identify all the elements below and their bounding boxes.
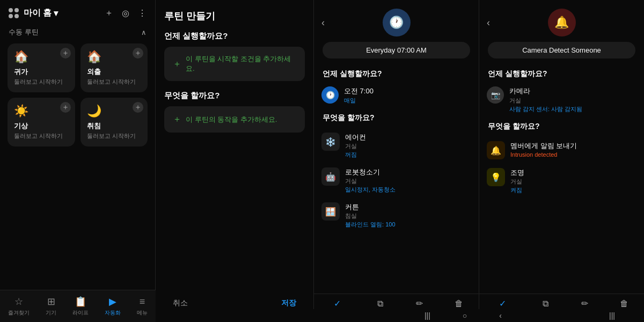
add-routine-btn[interactable]: ＋ [133, 102, 143, 113]
copy-icon-2: ⧉ [543, 299, 548, 309]
ac-info: 에어컨 거실 꺼짐 [345, 133, 366, 159]
cond-camera-detail: 사람 감지 센서: 사람 감지됨 [509, 105, 582, 113]
condition-row-2: 📷 카메라 거실 사람 감지 센서: 사람 감지됨 [479, 82, 644, 118]
menu-icon: ≡ [140, 296, 145, 308]
nav-automation[interactable]: ▶ 자동화 [105, 296, 121, 317]
plus-icon: ＋ [173, 114, 181, 125]
routine-sub: 둘러보고 시작하기 [14, 132, 69, 140]
detail-panel-2: ‹ 🔔 Camera Detect Someone 언제 실행할까요? 📷 카메… [479, 0, 644, 322]
back-button-2[interactable]: ‹ [487, 17, 490, 28]
more-button[interactable]: ⋮ [138, 8, 147, 18]
curtain-status: 블라인드 열림: 100 [345, 221, 396, 229]
cond-time: 오전 7:00 [344, 86, 374, 96]
routine-grid: ＋ 🏠 귀가 둘러보고 시작하기 ＋ 🏠 외출 둘러보고 시작하기 ＋ ☀️ 기… [0, 40, 155, 150]
routine-title: 외출 [87, 67, 142, 77]
back-button-1[interactable]: ‹ [321, 17, 325, 28]
curtain-info: 커튼 침실 블라인드 열림: 100 [345, 202, 396, 229]
routine-sub: 둘러보고 시작하기 [87, 78, 142, 86]
add-button[interactable]: ＋ [105, 8, 113, 19]
robot-icon: 🤖 [321, 167, 340, 186]
detail-top-1: ‹ 🕐 [314, 0, 479, 42]
home-title-text: 마이 홈 [24, 8, 52, 19]
edit-icon: ✏ [416, 298, 423, 309]
routine-title: 귀가 [14, 67, 69, 77]
notify-info: 멤버에게 알림 보내기 Intrusion detected [510, 141, 577, 158]
nav-life[interactable]: 📋 라이프 [72, 296, 89, 317]
action-list-2: 🔔 멤버에게 알림 보내기 Intrusion detected 💡 조명 거실… [479, 135, 644, 201]
plus-icon: ＋ [173, 58, 181, 70]
ac-status: 꺼짐 [345, 151, 366, 159]
clock-circle-icon: 🕐 [383, 9, 411, 36]
light-status: 켜짐 [510, 186, 524, 194]
cancel-button[interactable]: 취소 [164, 294, 196, 312]
compass-icon[interactable]: ◎ [122, 8, 129, 18]
nav-label: 라이프 [72, 309, 89, 317]
android-back-btn[interactable]: ‹ [499, 311, 502, 320]
device-row-ac: ❄️ 에어컨 거실 꺼짐 [314, 128, 479, 163]
routine-card-out[interactable]: ＋ 🏠 외출 둘러보고 시작하기 [80, 43, 148, 92]
create-panel: 루틴 만들기 언제 실행할까요? ＋ 이 루틴을 시작할 조건을 추가하세요. … [156, 0, 314, 322]
add-routine-btn[interactable]: ＋ [133, 48, 143, 58]
curtain-icon: 🪟 [321, 202, 340, 221]
android-nav: ||| ○ ‹ ||| ○ ‹ [311, 309, 644, 322]
grid-icon: ⊞ [47, 296, 55, 308]
section-label-text: 수동 루틴 [9, 27, 39, 37]
android-pipe-btn-2[interactable]: ||| [609, 311, 615, 320]
routine-card-weather[interactable]: ＋ ☀️ 기상 둘러보고 시작하기 [8, 98, 75, 147]
main-content: 루틴 만들기 언제 실행할까요? ＋ 이 루틴을 시작할 조건을 추가하세요. … [156, 0, 644, 322]
add-action-label: 이 루틴의 동작을 추가하세요. [186, 115, 277, 125]
camera-cond-icon: 📷 [487, 86, 504, 104]
android-pipe-btn[interactable]: ||| [425, 311, 430, 320]
add-condition-label: 이 루틴을 시작할 조건을 추가하세요. [186, 54, 296, 74]
when-section-1: 언제 실행할까요? [314, 65, 479, 82]
edit-icon-2: ✏ [581, 298, 588, 309]
light-name: 조명 [510, 168, 524, 178]
curtain-name: 커튼 [345, 202, 396, 212]
nav-favorites[interactable]: ☆ 즐겨찾기 [8, 296, 30, 317]
light-info: 조명 거실 켜짐 [510, 168, 524, 194]
routine-card-home[interactable]: ＋ 🏠 귀가 둘러보고 시작하기 [8, 43, 75, 92]
trash-icon-2: 🗑 [620, 299, 628, 309]
robot-status: 일시정지, 자동청소 [345, 186, 396, 194]
ac-name: 에어컨 [345, 133, 366, 142]
device-row-robot: 🤖 로봇청소기 거실 일시정지, 자동청소 [314, 163, 479, 198]
nav-menu[interactable]: ≡ 메뉴 [137, 296, 148, 317]
routine-card-sleep[interactable]: ＋ 🌙 취침 둘러보고 시작하기 [80, 98, 148, 147]
robot-name: 로봇청소기 [345, 167, 396, 177]
life-icon: 📋 [75, 296, 86, 308]
robot-info: 로봇청소기 거실 일시정지, 자동청소 [345, 167, 396, 194]
detail-panel-1: ‹ 🕐 Everyday 07:00 AM 언제 실행할까요? 🕐 오전 7:0… [314, 0, 479, 322]
add-action-button[interactable]: ＋ 이 루틴의 동작을 추가하세요. [164, 106, 305, 133]
curtain-loc: 침실 [345, 212, 396, 220]
section-label: 수동 루틴 ∧ [0, 24, 155, 40]
add-routine-btn[interactable]: ＋ [60, 102, 71, 113]
cond-repeat: 매일 [344, 97, 374, 105]
device-row-notify: 🔔 멤버에게 알림 보내기 Intrusion detected [479, 137, 644, 164]
robot-loc: 거실 [345, 177, 396, 185]
notify-name: 멤버에게 알림 보내기 [510, 141, 577, 151]
trigger-label-2: Camera Detect Someone [488, 42, 635, 58]
collapse-icon[interactable]: ∧ [141, 28, 147, 36]
cond-text-1: 오전 7:00 매일 [344, 86, 374, 105]
routine-sub: 둘러보고 시작하기 [14, 78, 69, 86]
left-header: 마이 홈 ▾ ＋ ◎ ⋮ [0, 0, 155, 24]
detail-panels: ‹ 🕐 Everyday 07:00 AM 언제 실행할까요? 🕐 오전 7:0… [314, 0, 644, 322]
condition-row-1: 🕐 오전 7:00 매일 [314, 82, 479, 109]
notify-status: Intrusion detected [510, 151, 577, 158]
notify-icon: 🔔 [487, 141, 505, 159]
routine-title: 취침 [87, 121, 142, 131]
detail-top-2: ‹ 🔔 [479, 0, 644, 42]
bottom-nav: ☆ 즐겨찾기 ⊞ 기기 📋 라이프 ▶ 자동화 ≡ 메뉴 [0, 290, 156, 322]
save-button[interactable]: 저장 [273, 294, 305, 312]
trigger-label-1: Everyday 07:00 AM [323, 42, 470, 58]
trash-icon: 🗑 [455, 299, 463, 309]
add-condition-button[interactable]: ＋ 이 루틴을 시작할 조건을 추가하세요. [164, 47, 305, 81]
cond-text-2: 카메라 거실 사람 감지 센서: 사람 감지됨 [509, 86, 582, 113]
nav-devices[interactable]: ⊞ 기기 [46, 296, 56, 317]
create-actions: 취소 저장 [164, 289, 305, 312]
nav-label: 기기 [46, 309, 56, 317]
add-routine-btn[interactable]: ＋ [60, 48, 71, 58]
android-home-btn[interactable]: ○ [463, 311, 467, 320]
camera-circle-icon: 🔔 [548, 9, 576, 36]
check-icon-2: ✓ [499, 298, 506, 309]
